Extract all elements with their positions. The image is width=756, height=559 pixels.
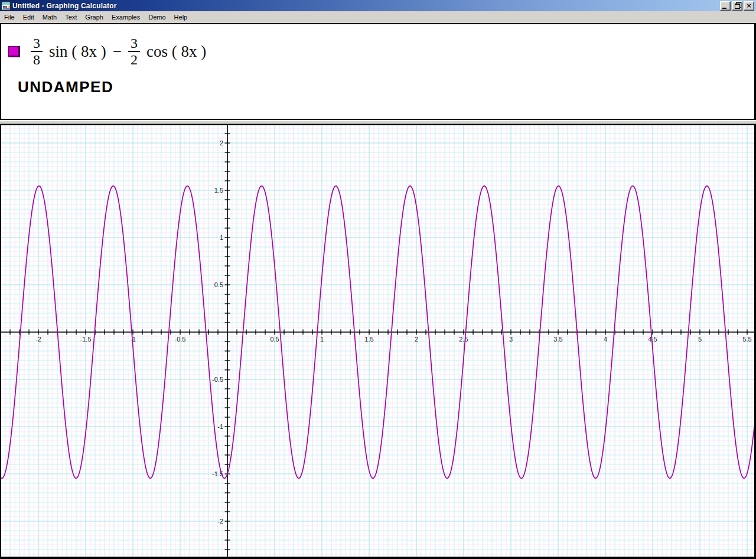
fraction-3-2: 3 2: [128, 36, 140, 67]
svg-text:-2: -2: [217, 518, 223, 525]
menu-help[interactable]: Help: [170, 12, 192, 22]
svg-text:0.5: 0.5: [270, 336, 279, 343]
svg-text:4.5: 4.5: [648, 336, 657, 343]
menu-edit[interactable]: Edit: [19, 12, 38, 22]
menu-file[interactable]: File: [0, 12, 19, 22]
svg-text:3: 3: [509, 336, 513, 343]
svg-text:-1.5: -1.5: [80, 336, 92, 343]
menu-bar: File Edit Math Text Graph Examples Demo …: [0, 11, 756, 23]
app-icon: [1, 1, 11, 11]
svg-text:0.5: 0.5: [214, 281, 223, 288]
menu-graph[interactable]: Graph: [81, 12, 107, 22]
close-icon: ×: [746, 3, 751, 9]
minimize-button[interactable]: [720, 1, 731, 11]
svg-text:5: 5: [698, 336, 702, 343]
svg-text:4: 4: [604, 336, 607, 343]
app-window: Untitled - Graphing Calculator × File Ed…: [0, 0, 756, 559]
minimize-icon: [722, 8, 726, 9]
restore-icon: [735, 4, 740, 9]
svg-text:2.5: 2.5: [459, 336, 468, 343]
menu-text[interactable]: Text: [61, 12, 81, 22]
graph-canvas[interactable]: -2-1.5-1-0.50.511.522.533.544.555.521.51…: [1, 125, 754, 557]
svg-text:1: 1: [220, 234, 223, 241]
fraction-3-8: 3 8: [31, 36, 43, 67]
svg-text:5.5: 5.5: [742, 336, 751, 343]
window-title: Untitled - Graphing Calculator: [12, 2, 117, 10]
title-bar: Untitled - Graphing Calculator ×: [0, 0, 756, 11]
close-button[interactable]: ×: [744, 1, 754, 11]
minus-operator: −: [113, 43, 122, 61]
svg-text:1.5: 1.5: [214, 187, 223, 194]
sin-term: sin ( 8x ): [49, 43, 106, 61]
menu-demo[interactable]: Demo: [144, 12, 170, 22]
panel-splitter[interactable]: [0, 120, 756, 124]
undamped-caption[interactable]: UNDAMPED: [18, 78, 754, 96]
menu-math[interactable]: Math: [38, 12, 61, 22]
equation-expression[interactable]: 3 8 sin ( 8x ) − 3 2 cos ( 8x ): [31, 36, 206, 67]
graph-panel: -2-1.5-1-0.50.511.522.533.544.555.521.51…: [0, 124, 756, 559]
svg-text:-0.5: -0.5: [175, 336, 186, 343]
menu-examples[interactable]: Examples: [107, 12, 144, 22]
svg-text:2: 2: [220, 139, 223, 147]
svg-text:1.5: 1.5: [364, 336, 373, 343]
equation-color-swatch[interactable]: [8, 46, 20, 57]
svg-text:1: 1: [320, 336, 324, 343]
restore-button[interactable]: [732, 1, 742, 11]
svg-text:3.5: 3.5: [553, 336, 562, 343]
svg-text:2: 2: [415, 336, 418, 343]
equation-row[interactable]: 3 8 sin ( 8x ) − 3 2 cos ( 8x ): [8, 36, 754, 67]
equation-panel: 3 8 sin ( 8x ) − 3 2 cos ( 8x ) UNDAMPED: [0, 23, 756, 120]
svg-text:-0.5: -0.5: [212, 376, 223, 383]
svg-text:-1: -1: [217, 423, 223, 430]
cos-term: cos ( 8x ): [146, 43, 206, 61]
svg-text:-2: -2: [35, 336, 41, 343]
